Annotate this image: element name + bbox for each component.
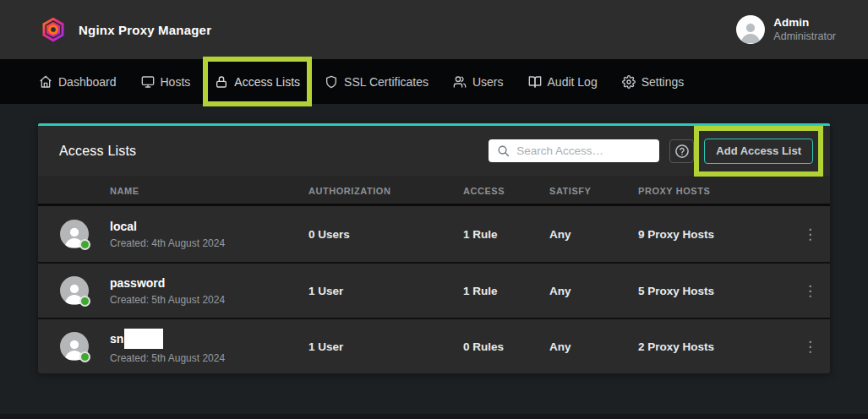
nav-item-ssl-certificates[interactable]: SSL Certificates bbox=[323, 59, 430, 104]
nav-item-label: Access Lists bbox=[234, 75, 300, 89]
satisfy-value: Any bbox=[549, 228, 638, 241]
search-box bbox=[489, 139, 659, 162]
authorization-value: 1 User bbox=[308, 285, 463, 297]
table-row[interactable]: local Created: 4th August 2024 0 Users 1… bbox=[38, 206, 830, 262]
nav-item-users[interactable]: Users bbox=[451, 59, 505, 104]
avatar bbox=[60, 332, 89, 361]
user-role: Administrator bbox=[773, 30, 836, 44]
created-date: Created: 4th August 2024 bbox=[110, 237, 308, 249]
search-input[interactable] bbox=[489, 139, 659, 162]
nav-item-hosts[interactable]: Hosts bbox=[139, 59, 193, 104]
nginx-proxy-manager-logo-icon bbox=[41, 17, 66, 42]
row-menu-button[interactable]: ⋮ bbox=[803, 340, 817, 354]
access-list-name: local bbox=[110, 220, 137, 233]
access-value: 1 Rule bbox=[463, 228, 549, 241]
user-name: Admin bbox=[773, 16, 836, 30]
column-header-proxy-hosts: PROXY HOSTS bbox=[638, 186, 710, 196]
table-header: NAME AUTHORIZATION ACCESS SATISFY PROXY … bbox=[38, 176, 830, 206]
proxy-hosts-value: 5 Proxy Hosts bbox=[638, 285, 790, 297]
lock-icon bbox=[215, 75, 228, 89]
online-status-dot bbox=[79, 351, 90, 362]
nav-item-label: Users bbox=[472, 75, 504, 89]
table-row[interactable]: password Created: 5th August 2024 1 User… bbox=[38, 262, 830, 318]
help-button[interactable] bbox=[669, 139, 694, 163]
nav-item-audit-log[interactable]: Audit Log bbox=[527, 59, 599, 104]
panel-title: Access Lists bbox=[59, 144, 136, 159]
help-icon bbox=[674, 144, 690, 159]
main-nav: DashboardHostsAccess ListsSSL Certificat… bbox=[0, 59, 868, 104]
row-menu-button[interactable]: ⋮ bbox=[803, 284, 817, 298]
app-header: Nginx Proxy Manager Admin Administrator bbox=[0, 0, 868, 59]
online-status-dot bbox=[79, 239, 90, 250]
search-icon bbox=[497, 144, 510, 157]
gear-icon bbox=[622, 75, 636, 89]
nav-item-settings[interactable]: Settings bbox=[620, 59, 686, 104]
table-row[interactable]: sn Created: 5th August 2024 1 User 0 Rul… bbox=[38, 318, 830, 373]
authorization-value: 1 User bbox=[308, 340, 463, 353]
panel-header: Access Lists Add Access List bbox=[38, 126, 830, 176]
user-menu[interactable]: Admin Administrator bbox=[736, 15, 836, 44]
home-icon bbox=[39, 75, 52, 89]
nav-item-label: Settings bbox=[641, 75, 685, 89]
created-date: Created: 5th August 2024 bbox=[110, 294, 308, 306]
access-lists-panel: Access Lists Add Access List N bbox=[38, 123, 830, 373]
avatar bbox=[60, 276, 89, 305]
created-date: Created: 5th August 2024 bbox=[110, 352, 308, 364]
nav-item-label: Hosts bbox=[161, 75, 191, 89]
book-icon bbox=[528, 75, 542, 89]
column-header-authorization: AUTHORIZATION bbox=[308, 186, 390, 196]
column-header-name: NAME bbox=[110, 186, 139, 196]
bottom-edge bbox=[0, 414, 868, 419]
panel-tools: Add Access List bbox=[489, 139, 813, 164]
add-button-wrapper: Add Access List bbox=[704, 139, 813, 164]
access-list-name: password bbox=[110, 276, 165, 290]
nav-item-label: SSL Certificates bbox=[344, 75, 429, 89]
row-menu-button[interactable]: ⋮ bbox=[803, 227, 817, 242]
app-title: Nginx Proxy Manager bbox=[79, 23, 211, 37]
nav-item-label: Audit Log bbox=[548, 75, 598, 89]
redaction-box bbox=[124, 329, 163, 349]
nav-item-label: Dashboard bbox=[58, 75, 117, 89]
main-content: Access Lists Add Access List N bbox=[0, 104, 868, 373]
monitor-icon bbox=[141, 75, 155, 89]
access-value: 1 Rule bbox=[463, 285, 549, 297]
users-icon bbox=[453, 75, 467, 89]
satisfy-value: Any bbox=[549, 285, 638, 297]
shield-icon bbox=[325, 75, 338, 89]
column-header-access: ACCESS bbox=[463, 186, 505, 196]
user-avatar bbox=[736, 15, 765, 44]
proxy-hosts-value: 9 Proxy Hosts bbox=[638, 228, 790, 241]
table-body: local Created: 4th August 2024 0 Users 1… bbox=[38, 206, 830, 373]
online-status-dot bbox=[79, 296, 90, 307]
column-header-satisfy: SATISFY bbox=[549, 186, 591, 196]
access-list-name: sn bbox=[110, 332, 123, 346]
proxy-hosts-value: 2 Proxy Hosts bbox=[638, 340, 790, 353]
access-value: 0 Rules bbox=[463, 340, 549, 353]
add-access-list-button[interactable]: Add Access List bbox=[704, 139, 813, 164]
person-icon bbox=[739, 19, 762, 44]
satisfy-value: Any bbox=[549, 340, 638, 353]
avatar bbox=[60, 220, 89, 248]
nav-items: DashboardHostsAccess ListsSSL Certificat… bbox=[37, 59, 685, 104]
nav-item-dashboard[interactable]: Dashboard bbox=[37, 59, 118, 104]
nav-item-access-lists[interactable]: Access Lists bbox=[213, 59, 302, 104]
authorization-value: 0 Users bbox=[308, 228, 463, 241]
